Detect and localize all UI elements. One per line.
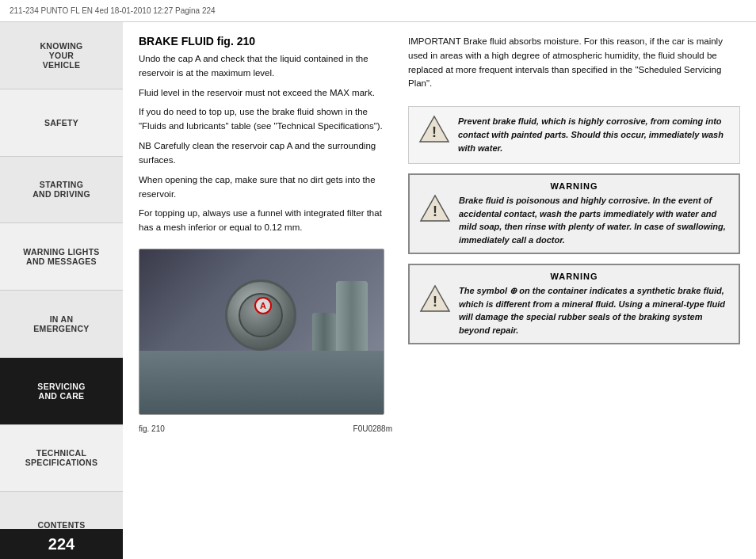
warning-icon-1: ! [419, 194, 451, 222]
section-header: BRAKE FLUID fig. 210 Undo the cap A and … [139, 35, 392, 241]
para-2: Fluid level in the reservoir must not ex… [139, 86, 392, 101]
engine-block [139, 351, 384, 414]
sidebar-item-warning-lights-label: WARNING LIGHTSAND MESSAGES [23, 247, 99, 266]
para-1: Undo the cap A and check that the liquid… [139, 52, 392, 81]
header-text: 211-234 PUNTO FL EN 4ed 18-01-2010 12:27… [10, 6, 216, 15]
sidebar-item-starting-label: STARTINGAND DRIVING [32, 180, 90, 199]
page-number: 224 [48, 535, 74, 553]
caution-icon: ! [418, 115, 450, 143]
sidebar-item-starting[interactable]: STARTINGAND DRIVING [0, 157, 123, 224]
caution-box: ! Prevent brake fluid, which is highly c… [408, 106, 740, 164]
right-column: IMPORTANT Brake fluid absorbs moisture. … [408, 35, 740, 553]
sidebar-item-safety-label: SAFETY [44, 118, 78, 127]
sidebar-item-knowing[interactable]: KNOWINGYOURVEHICLE [0, 22, 123, 89]
warning-box-2: WARNING ! The symbol ⊕ on the container … [408, 264, 740, 344]
engine-sim [139, 249, 384, 414]
section-title: BRAKE FLUID fig. 210 [139, 35, 392, 48]
fig-label: fig. 210 [139, 424, 165, 433]
para-3: If you do need to top up, use the brake … [139, 105, 392, 134]
para-4: NB Carefully clean the reservoir cap A a… [139, 139, 392, 168]
engine-image: A [139, 249, 384, 415]
sidebar: KNOWINGYOURVEHICLE SAFETY STARTINGAND DR… [0, 22, 123, 559]
sidebar-item-servicing[interactable]: SERVICINGAND CARE [0, 358, 123, 425]
important-text: IMPORTANT Brake fluid absorbs moisture. … [408, 35, 740, 97]
para-5: When opening the cap, make sure that no … [139, 173, 392, 202]
warning-text-1: Brake fluid is poisonous and highly corr… [459, 194, 729, 246]
sidebar-item-technical[interactable]: TECHNICALSPECIFICATIONS [0, 425, 123, 492]
body-text-block: Undo the cap A and check that the liquid… [139, 52, 392, 235]
warning-title-1: WARNING [419, 181, 729, 191]
sidebar-item-servicing-label: SERVICINGAND CARE [37, 382, 85, 401]
svg-text:!: ! [432, 124, 437, 140]
warning-icon-2: ! [419, 284, 451, 313]
fig-caption: fig. 210 F0U0288m [139, 424, 392, 433]
warning-box-1: WARNING ! Brake fluid is poisonous and h… [408, 173, 740, 254]
sidebar-item-emergency[interactable]: IN ANEMERGENCY [0, 291, 123, 358]
cap-label-a: A [254, 297, 272, 314]
para-6: For topping up, always use a funnel with… [139, 207, 392, 235]
caution-text: Prevent brake fluid, which is highly cor… [458, 115, 730, 155]
sidebar-item-technical-label: TECHNICALSPECIFICATIONS [25, 448, 98, 467]
warning-title-2: WARNING [419, 272, 729, 281]
sidebar-item-emergency-label: IN ANEMERGENCY [33, 314, 89, 333]
svg-text:!: ! [433, 203, 437, 219]
important-paragraph: IMPORTANT Brake fluid absorbs moisture. … [408, 35, 740, 91]
svg-text:!: ! [433, 294, 437, 310]
sidebar-item-knowing-label: KNOWINGYOURVEHICLE [40, 41, 82, 70]
sidebar-item-warning-lights[interactable]: WARNING LIGHTSAND MESSAGES [0, 223, 123, 291]
page-number-area: 224 [0, 529, 123, 559]
warning-text-2: The symbol ⊕ on the container indicates … [459, 284, 729, 337]
sidebar-item-safety[interactable]: SAFETY [0, 89, 123, 157]
main-content: BRAKE FLUID fig. 210 Undo the cap A and … [123, 22, 756, 559]
left-column: BRAKE FLUID fig. 210 Undo the cap A and … [139, 35, 392, 553]
fig-code: F0U0288m [353, 424, 392, 433]
header-bar: 211-234 PUNTO FL EN 4ed 18-01-2010 12:27… [0, 0, 756, 22]
